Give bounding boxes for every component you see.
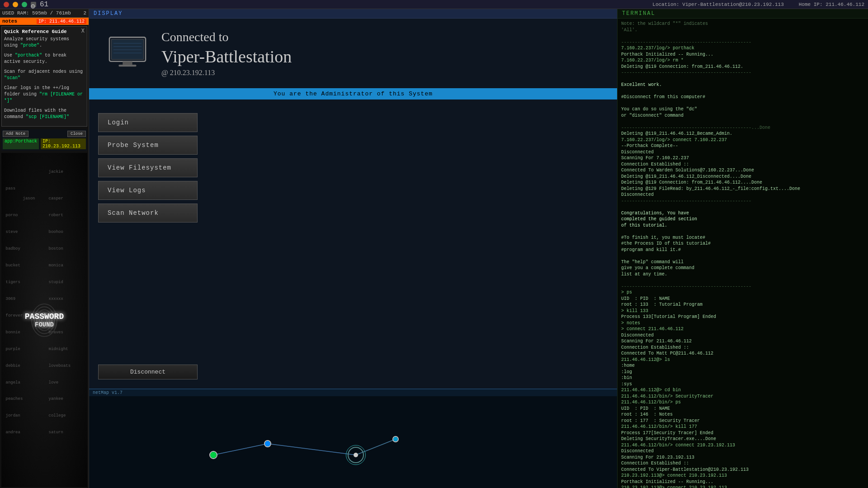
left-panel: USED RAM: 595mb / 761mb 2 notes IP: 211.… (0, 9, 89, 488)
terminal-line: root : 146 : Notes (621, 412, 864, 418)
terminal-line: Connection Established :: (621, 161, 864, 168)
terminal-line: Connection Established :: (621, 345, 864, 351)
word-cloud-item: casper (49, 196, 63, 201)
word-cloud-item: porno (6, 213, 18, 218)
terminal-line: ----------------------------------------… (621, 70, 864, 76)
close-note-button[interactable]: Close (67, 131, 86, 137)
word-cloud-item: angela (6, 380, 20, 385)
app-info: app:Porthack IP: 210.23.192.113 (3, 138, 86, 149)
word-cloud-item: peaches (6, 397, 23, 401)
word-cloud-item: debbie (6, 364, 20, 368)
terminal-line: #Disconnect from this computer# (621, 94, 864, 100)
terminal-line: ----------------------------------------… (621, 198, 864, 204)
probe-system-button[interactable]: Probe System (98, 136, 198, 155)
terminal-line: :log (621, 369, 864, 375)
word-cloud-item: yankee (49, 397, 63, 401)
app-section: Add Note Close app:Porthack IP: 210.23.1… (1, 129, 87, 151)
quick-reference-panel: Quick Reference Guide X Analyze security… (1, 26, 87, 127)
quick-ref-close-button[interactable]: X (81, 28, 85, 34)
word-cloud-item: badboy (6, 246, 20, 251)
app-name: app:Porthack (3, 138, 39, 149)
word-cloud-item: bucket (6, 263, 20, 268)
network-node-blue[interactable] (264, 440, 271, 447)
terminal-line: Connected To Matt PC@211.46.46.112 (621, 351, 864, 357)
terminal-line: Congratulations, You have (621, 210, 864, 217)
terminal-line: Note: the wildcard "*" indicates (621, 21, 864, 27)
terminal-line: 7.160.22.237/log/> rm * (621, 57, 864, 64)
view-filesystem-button[interactable]: View Filesystem (98, 158, 198, 177)
display-content: Connected to Viper-Battlestation @ 210.2… (89, 19, 617, 389)
svg-rect-6 (111, 39, 143, 59)
terminal-line: Deleting @129 FileRead: by_211.46.46.112… (621, 186, 864, 192)
login-button[interactable]: Login (98, 113, 198, 132)
terminal-line (621, 33, 864, 39)
terminal-header: TERMINAL (618, 9, 868, 19)
terminal-line: Scanning For 211.46.46.112 (621, 338, 864, 345)
terminal-line: > notes (621, 320, 864, 327)
terminal-line: 'All'. (621, 27, 864, 33)
main-layout: USED RAM: 595mb / 761mb 2 notes IP: 211.… (0, 9, 868, 488)
view-logs-button[interactable]: View Logs (98, 181, 198, 200)
app-bar: Add Note Close (3, 131, 86, 137)
netmap-section: netMap v1.7 (89, 389, 617, 488)
terminal-line: #the Process ID of this tutorial# (621, 241, 864, 247)
notes-bar[interactable]: notes IP: 211.46.46.112 (0, 18, 89, 25)
terminal-line (621, 204, 864, 210)
terminal-line: Scanning For 7.160.22.237 (621, 155, 864, 161)
terminal-line: > ps (621, 289, 864, 296)
terminal-line: Disconnected (621, 149, 864, 156)
gear-icon[interactable]: ⚙ (31, 2, 36, 7)
app-ip: IP: 210.23.192.113 (41, 138, 86, 149)
qr-section-2: Use "porthack" to break active security. (4, 52, 85, 65)
terminal-line: Porthack Initialized -- Running... (621, 52, 864, 58)
terminal-line (621, 253, 864, 259)
pc-icon (107, 35, 148, 71)
network-node-selected[interactable] (348, 447, 364, 463)
terminal-line: --Porthack Complete-- (621, 143, 864, 149)
word-cloud-item: jackie (49, 170, 63, 174)
terminal-line: Disconnected (621, 192, 864, 198)
qr-section-1: Analyze security systems using "probe". (4, 36, 85, 49)
qr-section-4: Clear logs in the ++/log folder using "r… (4, 85, 85, 104)
terminal-line: The "help" command will (621, 259, 864, 265)
terminal-content: Note: the wildcard "*" indicates 'All'. … (618, 19, 868, 488)
maximize-btn-icon[interactable] (22, 2, 27, 7)
admin-banner: You are the Administrator of this System (89, 88, 617, 99)
word-cloud-item: loveboats (49, 364, 71, 368)
terminal-line: 211.46.46.112/bin/> connect 210.23.192.1… (621, 442, 864, 449)
word-cloud-item: forever (6, 313, 23, 318)
target-name: Viper-Battlestation (161, 47, 292, 66)
add-note-button[interactable]: Add Note (3, 131, 28, 137)
terminal-line: of this tutorial. (621, 223, 864, 229)
qr-section-5: Download files with the command "scp [FI… (4, 108, 85, 120)
word-cloud-item: pass (6, 186, 16, 191)
terminal-line (621, 88, 864, 95)
word-cloud-item: bonnie (6, 330, 20, 335)
word-cloud-item: boohoo (49, 230, 63, 234)
terminal-line: ----------------------------------------… (621, 39, 864, 46)
netmap-canvas (89, 396, 617, 486)
word-cloud-item: boston (49, 246, 63, 251)
terminal-line (621, 118, 864, 125)
terminal-line: Scanning For 210.23.192.113 (621, 455, 864, 461)
close-btn-icon[interactable] (4, 2, 9, 7)
terminal-line: > connect 211.46.46.112 (621, 326, 864, 332)
home-ip-label: Home IP: 211.46.46.112 (799, 2, 864, 7)
terminal-line: 211.46.46.112/bin/> ps (621, 399, 864, 406)
terminal-line: :home (621, 363, 864, 369)
network-connections (89, 396, 617, 486)
word-cloud-item: monica (49, 263, 63, 268)
terminal-line: give you a complete command (621, 265, 864, 271)
terminal-line (621, 76, 864, 82)
terminal-line: :bin (621, 375, 864, 381)
network-node-green[interactable] (209, 451, 217, 459)
word-cloud-item: saturn (49, 430, 63, 435)
disconnect-button[interactable]: Disconnect (98, 365, 198, 379)
word-cloud-item: college (49, 413, 66, 418)
scan-network-button[interactable]: Scan Network (98, 204, 198, 223)
word-cloud-item: steve (6, 230, 18, 234)
minimize-btn-icon[interactable] (13, 2, 18, 7)
network-node-teal[interactable] (392, 436, 399, 442)
ram-used: USED RAM: 595mb / 761mb (2, 10, 71, 16)
word-cloud-item: stupid (49, 280, 63, 284)
